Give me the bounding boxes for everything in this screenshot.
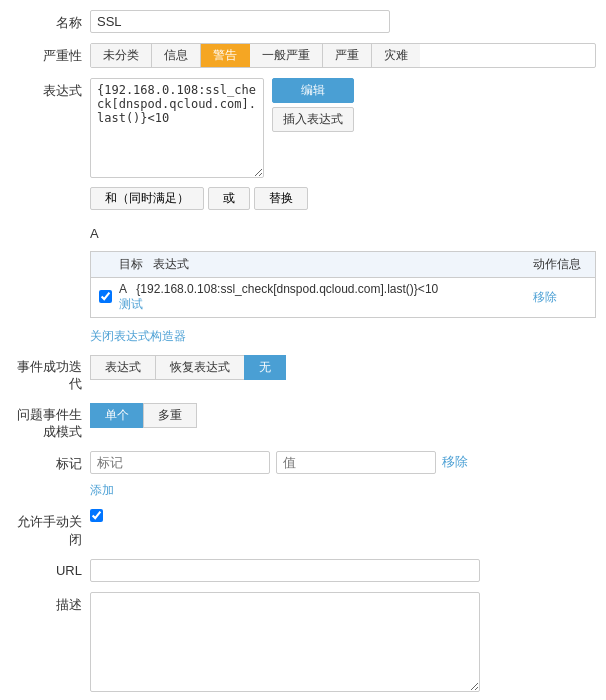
tag-value-input[interactable] bbox=[276, 451, 436, 474]
row-action: 移除 bbox=[497, 289, 557, 306]
target-table-spacer bbox=[10, 251, 90, 255]
row-label: A bbox=[119, 282, 133, 296]
header-action: 动作 bbox=[497, 256, 557, 273]
mode-tab-multiple[interactable]: 多重 bbox=[143, 403, 197, 428]
tag-input-row: 移除 bbox=[90, 451, 596, 474]
cond-or-button[interactable]: 或 bbox=[208, 187, 250, 210]
header-checkbox bbox=[99, 256, 119, 273]
desc-row: 描述 bbox=[0, 592, 606, 695]
tag-content: 移除 添加 bbox=[90, 451, 596, 499]
row-check-input[interactable] bbox=[99, 290, 112, 303]
severity-row: 严重性 未分类 信息 警告 一般严重 严重 灾难 bbox=[0, 43, 606, 68]
expression-row: 表达式 {192.168.0.108:ssl_check[dnspod.qclo… bbox=[0, 78, 606, 210]
tag-remove-btn[interactable]: 移除 bbox=[442, 453, 468, 471]
cond-replace-button[interactable]: 替换 bbox=[254, 187, 308, 210]
desc-textarea[interactable] bbox=[90, 592, 480, 692]
severity-average[interactable]: 一般严重 bbox=[250, 44, 323, 67]
section-a-spacer bbox=[10, 220, 90, 224]
url-row: URL bbox=[0, 559, 606, 582]
allow-close-checkbox[interactable] bbox=[90, 509, 103, 522]
tag-row-outer: 标记 移除 添加 bbox=[0, 451, 606, 499]
problem-mode-row: 问题事件生成模式 单个 多重 bbox=[0, 403, 606, 441]
url-input[interactable] bbox=[90, 559, 480, 582]
tag-label: 标记 bbox=[10, 451, 90, 473]
condition-buttons: 和（同时满足） 或 替换 bbox=[90, 187, 596, 210]
expr-insert-button[interactable]: 插入表达式 bbox=[272, 107, 354, 132]
severity-tabs: 未分类 信息 警告 一般严重 严重 灾难 bbox=[90, 43, 596, 68]
test-link[interactable]: 测试 bbox=[119, 297, 143, 311]
allow-close-content bbox=[90, 509, 596, 525]
severity-warning[interactable]: 警告 bbox=[201, 44, 250, 67]
section-a-row: A bbox=[0, 220, 606, 241]
expr-edit-button[interactable]: 编辑 bbox=[272, 78, 354, 103]
section-a-content: A bbox=[90, 220, 596, 241]
expression-textarea[interactable]: {192.168.0.108:ssl_check[dnspod.qcloud.c… bbox=[90, 78, 264, 178]
severity-disaster[interactable]: 灾难 bbox=[372, 44, 420, 67]
severity-label: 严重性 bbox=[10, 43, 90, 65]
allow-close-label: 允许手动关闭 bbox=[10, 509, 90, 549]
event-success-label: 事件成功迭代 bbox=[10, 355, 90, 393]
name-input[interactable] bbox=[90, 10, 390, 33]
close-builder-link[interactable]: 关闭表达式构造器 bbox=[90, 328, 186, 345]
header-expr: 目标 表达式 bbox=[119, 256, 497, 273]
remove-link[interactable]: 移除 bbox=[533, 290, 557, 304]
target-table: 目标 表达式 动作 信息 A {192.168.0.108:ssl_check[… bbox=[90, 251, 596, 318]
severity-high[interactable]: 严重 bbox=[323, 44, 372, 67]
mode-tab-single[interactable]: 单个 bbox=[90, 403, 144, 428]
event-success-content: 表达式 恢复表达式 无 bbox=[90, 355, 596, 380]
table-row: A {192.168.0.108:ssl_check[dnspod.qcloud… bbox=[90, 278, 596, 318]
expression-content: {192.168.0.108:ssl_check[dnspod.qcloud.c… bbox=[90, 78, 596, 210]
severity-unclassified[interactable]: 未分类 bbox=[91, 44, 152, 67]
tag-name-input[interactable] bbox=[90, 451, 270, 474]
problem-mode-content: 单个 多重 bbox=[90, 403, 596, 428]
name-content bbox=[90, 10, 596, 33]
event-tab-none[interactable]: 无 bbox=[244, 355, 286, 380]
section-a-label: A bbox=[90, 226, 596, 241]
expression-label: 表达式 bbox=[10, 78, 90, 100]
event-tab-expression[interactable]: 表达式 bbox=[90, 355, 156, 380]
row-checkbox[interactable] bbox=[99, 290, 119, 306]
tag-add-btn[interactable]: 添加 bbox=[90, 482, 114, 499]
desc-label: 描述 bbox=[10, 592, 90, 614]
problem-mode-label: 问题事件生成模式 bbox=[10, 403, 90, 441]
header-info: 信息 bbox=[557, 256, 587, 273]
target-table-row: 目标 表达式 动作 信息 A {192.168.0.108:ssl_check[… bbox=[0, 251, 606, 345]
target-table-content: 目标 表达式 动作 信息 A {192.168.0.108:ssl_check[… bbox=[90, 251, 596, 345]
name-label: 名称 bbox=[10, 10, 90, 32]
event-tabs: 表达式 恢复表达式 无 bbox=[90, 355, 596, 380]
mode-tabs: 单个 多重 bbox=[90, 403, 596, 428]
desc-content bbox=[90, 592, 596, 695]
allow-close-row: 允许手动关闭 bbox=[0, 509, 606, 549]
url-label: URL bbox=[10, 559, 90, 578]
row-expr-text: {192.168.0.108:ssl_check[dnspod.qcloud.c… bbox=[136, 282, 438, 296]
event-success-row: 事件成功迭代 表达式 恢复表达式 无 bbox=[0, 355, 606, 393]
row-expr: A {192.168.0.108:ssl_check[dnspod.qcloud… bbox=[119, 282, 497, 313]
severity-content: 未分类 信息 警告 一般严重 严重 灾难 bbox=[90, 43, 596, 68]
url-content bbox=[90, 559, 596, 582]
target-table-header: 目标 表达式 动作 信息 bbox=[90, 251, 596, 278]
name-row: 名称 bbox=[0, 10, 606, 33]
severity-info[interactable]: 信息 bbox=[152, 44, 201, 67]
cond-and-button[interactable]: 和（同时满足） bbox=[90, 187, 204, 210]
event-tab-recovery[interactable]: 恢复表达式 bbox=[155, 355, 245, 380]
